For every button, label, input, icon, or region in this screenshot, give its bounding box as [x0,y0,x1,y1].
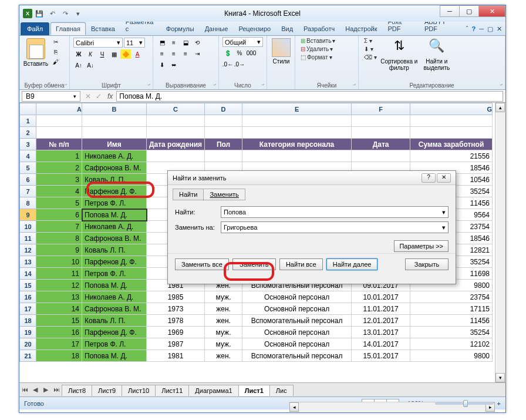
zoom-slider[interactable] [435,402,494,405]
indent-button[interactable]: ⇥ [192,49,203,58]
paste-button[interactable]: Вставить [23,37,49,67]
cell[interactable]: 10.01.2017 [352,291,410,303]
cell[interactable]: 1973 [147,303,205,315]
cell[interactable]: муж. [205,327,242,338]
font-size-combo[interactable]: 11▾ [124,38,145,48]
row-header-19[interactable]: 19 [20,327,36,338]
delete-cells-button[interactable]: ⊟Удалить ▾ [299,45,337,53]
sheet-tab[interactable]: Лист11 [155,385,189,396]
replace-button[interactable]: Заменить [232,258,276,270]
cell[interactable]: Сафронова В. М. [82,162,147,174]
styles-button[interactable]: Стили [271,37,292,65]
cell[interactable]: Николаев А. Д. [82,221,147,233]
scrollbar-vertical[interactable]: ▴ ▾ [495,103,505,382]
tab-insert[interactable]: Вставка [86,22,120,35]
cell[interactable]: муж. [205,291,242,303]
cell[interactable]: 12.01.2017 [352,315,410,327]
cell[interactable]: 13.01.2017 [352,327,410,338]
align-bottom-button[interactable]: ⬓ [180,38,191,47]
cell[interactable]: Николаев А. Д. [82,150,147,162]
select-all-corner[interactable] [20,103,36,115]
cell[interactable]: 1985 [147,291,205,303]
cell[interactable]: Николаев А. Д. [82,291,147,303]
table-header[interactable]: Дата [352,139,410,150]
col-header-F[interactable]: F [352,103,410,115]
cell[interactable]: 13 [36,291,82,303]
currency-button[interactable]: 💲 [222,48,233,58]
close-dialog-button[interactable]: Закрыть [405,258,449,270]
cell[interactable]: 23754 [410,291,493,303]
cell[interactable]: 14 [36,303,82,315]
tab-nav-last[interactable]: ⏭ [51,386,62,394]
cell[interactable]: 6 [36,209,82,221]
cell[interactable] [147,150,205,162]
fx-icon[interactable]: fx [104,92,116,100]
tab-nav-next[interactable]: ▶ [41,386,51,394]
minimize-ribbon-icon[interactable]: ˆ [466,25,468,33]
cell[interactable] [410,127,493,139]
cell[interactable]: 4 [36,186,82,197]
close-button[interactable]: ✕ [478,5,505,17]
format-cells-button[interactable]: ⬚Формат ▾ [299,53,337,61]
cell[interactable]: Попова М. Д. [82,209,147,221]
row-header-8[interactable]: 8 [20,197,36,209]
wrap-text-button[interactable]: ⬇ [157,60,167,69]
increase-decimal-button[interactable]: .0← [222,59,233,69]
find-select-button[interactable]: 🔍 Найти и выделить [420,37,454,71]
cell[interactable] [352,150,410,162]
cell[interactable]: 12 [36,280,82,291]
cell[interactable]: 2 [36,162,82,174]
table-header[interactable]: Категория персонала [242,139,352,150]
cell[interactable]: 9 [36,244,82,256]
font-color-button[interactable]: A [132,49,143,59]
row-header-18[interactable]: 18 [20,315,36,327]
tab-developer[interactable]: Разработч [298,22,340,35]
align-top-button[interactable]: ⬒ [157,38,167,47]
find-input[interactable]: Попова▾ [221,206,449,218]
bold-button[interactable]: Ж [73,49,84,59]
row-header-16[interactable]: 16 [20,291,36,303]
cell[interactable]: 14.01.2017 [352,338,410,350]
col-header-D[interactable]: D [205,103,242,115]
grow-font-button[interactable]: A↑ [73,61,84,70]
tab-addins[interactable]: Надстройк [340,22,382,35]
cell[interactable] [205,150,242,162]
cell[interactable]: 16 [36,327,82,338]
cell[interactable] [410,115,493,127]
align-right-button[interactable]: ≡ [180,49,191,58]
row-header-11[interactable]: 11 [20,233,36,244]
cell[interactable]: жен. [205,303,242,315]
dialog-help-button[interactable]: ? [422,173,436,183]
cell[interactable]: Парфенов Д. Ф. [82,256,147,268]
row-header-15[interactable]: 15 [20,280,36,291]
cell[interactable] [82,115,147,127]
sheet-tab[interactable]: Диаграмма1 [188,385,238,396]
cell[interactable]: 1987 [147,338,205,350]
merge-button[interactable]: ⬌ [168,60,179,69]
cell[interactable]: 7 [36,221,82,233]
scroll-down-button[interactable]: ▾ [495,373,505,382]
cell[interactable] [36,127,82,139]
dialog-close-button[interactable]: ✕ [437,173,451,183]
cell[interactable] [36,115,82,127]
row-header-3[interactable]: 3 [20,139,36,150]
dialog-tab-replace[interactable]: Заменить [203,189,245,200]
cell[interactable]: жен. [205,315,242,327]
scroll-up-button[interactable]: ▴ [495,103,505,112]
cell[interactable]: жен. [205,350,242,362]
format-painter-button[interactable]: 🖌 [50,57,61,66]
maximize-button[interactable]: ▢ [459,5,479,17]
cell[interactable]: 1981 [147,350,205,362]
cell[interactable]: 5 [36,197,82,209]
cell[interactable]: Коваль Л. П. [82,174,147,186]
cell[interactable]: 11 [36,268,82,280]
cell[interactable]: Попова М. Д. [82,280,147,291]
cell[interactable]: Вспомогательный персонал [242,350,352,362]
col-header-G[interactable]: G [410,103,493,115]
cell[interactable] [242,127,352,139]
mdi-minimize[interactable]: ─ [479,25,484,33]
row-header-13[interactable]: 13 [20,256,36,268]
cell[interactable]: 3 [36,174,82,186]
cell[interactable]: Основной персонал [242,338,352,350]
replace-input[interactable]: Григорьева▾ [221,221,449,233]
